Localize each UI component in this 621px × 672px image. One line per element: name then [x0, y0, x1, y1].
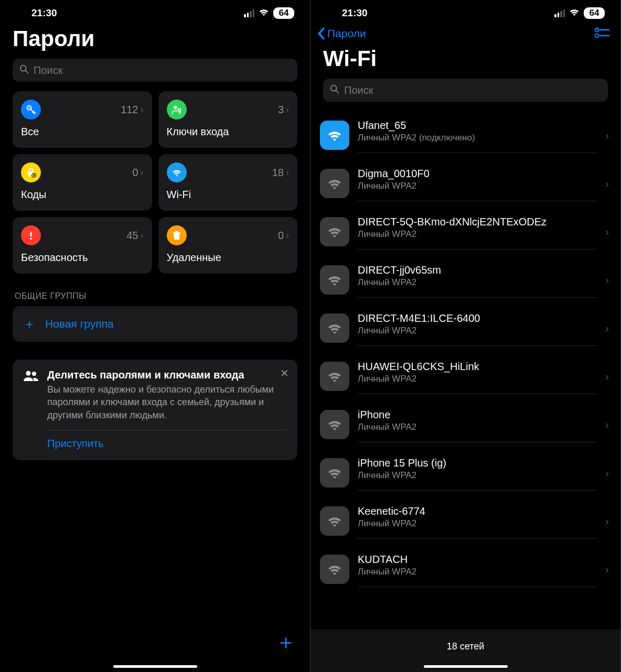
card-count: 45 › [126, 230, 143, 242]
sort-icon [594, 27, 610, 38]
page-title: Пароли [0, 21, 310, 59]
svg-point-3 [28, 107, 30, 109]
network-row[interactable]: HUAWEI-QL6CKS_HiLink Личный WPA2 › [320, 352, 620, 400]
network-row[interactable]: DIRECT-5Q-BKmo-dXNlcjE2NTExODEz Личный W… [320, 208, 620, 256]
network-row[interactable]: iPhone Личный WPA2 › [320, 400, 620, 449]
search-icon [19, 64, 29, 77]
card-count: 18 › [272, 167, 289, 179]
network-subtitle: Личный WPA2 [358, 518, 597, 529]
search-bar[interactable] [323, 79, 608, 102]
category-card-безопасность[interactable]: 45 › Безопасность [13, 217, 152, 274]
back-label: Пароли [327, 27, 366, 40]
network-row[interactable]: Digma_0010F0 Личный WPA2 › [320, 159, 620, 208]
phone-passwords: 21:30 64 Пароли 112 › Все 3 › [0, 0, 310, 672]
chevron-right-icon: › [605, 371, 609, 383]
category-grid: 112 › Все 3 › Ключи входа 0 › Коды 18 › [0, 91, 310, 274]
chevron-right-icon: › [286, 230, 289, 241]
network-subtitle: Личный WPA2 [358, 470, 597, 481]
status-time: 21:30 [31, 7, 57, 19]
page-title: Wi-Fi [310, 44, 620, 79]
new-group-button[interactable]: ＋ Новая группа [13, 306, 297, 342]
network-name: DIRECT-5Q-BKmo-dXNlcjE2NTExODEz [358, 216, 597, 228]
network-subtitle: Личный WPA2 (подключено) [358, 133, 597, 143]
network-subtitle: Личный WPA2 [358, 567, 597, 577]
key-icon [21, 100, 41, 120]
status-time: 21:30 [342, 7, 368, 19]
tip-cta-button[interactable]: Приступить [47, 438, 287, 450]
chevron-right-icon: › [605, 467, 609, 479]
nav-bar: Пароли [310, 21, 620, 44]
search-icon [329, 84, 340, 96]
wifi-icon [320, 506, 349, 536]
card-label: Безопасность [21, 252, 144, 264]
wifi-icon [320, 410, 349, 439]
wifi-icon [569, 7, 580, 19]
tip-title: Делитесь паролями и ключами входа [47, 369, 287, 381]
network-list: Ufanet_65 Личный WPA2 (подключено) › Dig… [310, 111, 620, 593]
category-card-wi-fi[interactable]: 18 › Wi-Fi [158, 154, 298, 211]
card-label: Коды [21, 189, 144, 201]
chevron-right-icon: › [141, 104, 144, 115]
chevron-right-icon: › [605, 515, 609, 527]
network-row[interactable]: Ufanet_65 Личный WPA2 (подключено) › [320, 111, 620, 159]
network-subtitle: Личный WPA2 [358, 229, 597, 240]
svg-point-9 [30, 237, 32, 240]
search-input[interactable] [34, 64, 291, 77]
people-icon [23, 370, 39, 450]
card-label: Удаленные [167, 252, 290, 264]
network-row[interactable]: DIRECT-M4E1:ILCE-6400 Личный WPA2 › [320, 304, 620, 352]
chevron-right-icon: › [286, 104, 289, 115]
card-count: 0 › [132, 167, 143, 179]
network-row[interactable]: KUDTACH Личный WPA2 › [320, 545, 620, 593]
network-subtitle: Личный WPA2 [358, 277, 597, 288]
network-name: Keenetic-6774 [358, 505, 597, 517]
network-name: DIRECT-M4E1:ILCE-6400 [358, 312, 597, 324]
card-count: 0 › [278, 230, 289, 242]
network-subtitle: Личный WPA2 [358, 374, 597, 384]
add-button[interactable]: ＋ [275, 627, 296, 656]
network-name: iPhone 15 Plus (ig) [358, 457, 597, 469]
network-name: KUDTACH [358, 554, 597, 566]
chevron-right-icon: › [286, 167, 289, 178]
chevron-right-icon: › [141, 167, 144, 178]
category-card-все[interactable]: 112 › Все [13, 91, 152, 148]
wifi-icon [320, 313, 349, 343]
network-row[interactable]: DIRECT-jj0v65sm Личный WPA2 › [320, 256, 620, 304]
network-subtitle: Личный WPA2 [358, 422, 597, 432]
back-button[interactable]: Пароли [317, 27, 366, 40]
cellular-icon [244, 9, 254, 17]
chevron-right-icon: › [605, 563, 609, 576]
phone-wifi: 21:30 64 Пароли Wi-Fi [310, 0, 621, 672]
category-card-удаленные[interactable]: 0 › Удаленные [158, 217, 298, 274]
network-name: DIRECT-jj0v65sm [358, 264, 597, 276]
plus-icon: ＋ [23, 316, 36, 332]
network-row[interactable]: iPhone 15 Plus (ig) Личный WPA2 › [320, 449, 620, 497]
sort-button[interactable] [594, 27, 610, 40]
network-name: HUAWEI-QL6CKS_HiLink [358, 361, 597, 373]
share-tip-card: Делитесь паролями и ключами входа Вы мож… [13, 360, 297, 460]
wifi-icon [320, 121, 349, 150]
category-card-ключи-входа[interactable]: 3 › Ключи входа [158, 91, 298, 148]
wifi-icon [258, 7, 270, 19]
network-row[interactable]: Keenetic-6774 Личный WPA2 › [320, 497, 620, 545]
network-name: Digma_0010F0 [358, 168, 597, 180]
chevron-right-icon: › [605, 274, 609, 286]
search-bar[interactable] [13, 59, 297, 82]
groups-header: ОБЩИЕ ГРУППЫ [0, 274, 310, 306]
status-bar: 21:30 64 [0, 0, 310, 21]
status-right: 64 [244, 7, 294, 19]
chevron-right-icon: › [605, 419, 609, 431]
battery-indicator: 64 [273, 7, 294, 19]
svg-point-13 [32, 372, 36, 376]
svg-line-20 [336, 91, 339, 93]
card-label: Все [21, 126, 144, 138]
wifi-icon [167, 162, 187, 182]
category-card-коды[interactable]: 0 › Коды [13, 154, 152, 211]
close-icon[interactable]: ✕ [280, 367, 289, 380]
wifi-icon [320, 169, 349, 198]
chevron-right-icon: › [605, 322, 609, 334]
search-input[interactable] [344, 84, 602, 96]
wifi-icon [320, 458, 349, 487]
trash-icon [167, 225, 187, 245]
cellular-icon [554, 9, 565, 17]
